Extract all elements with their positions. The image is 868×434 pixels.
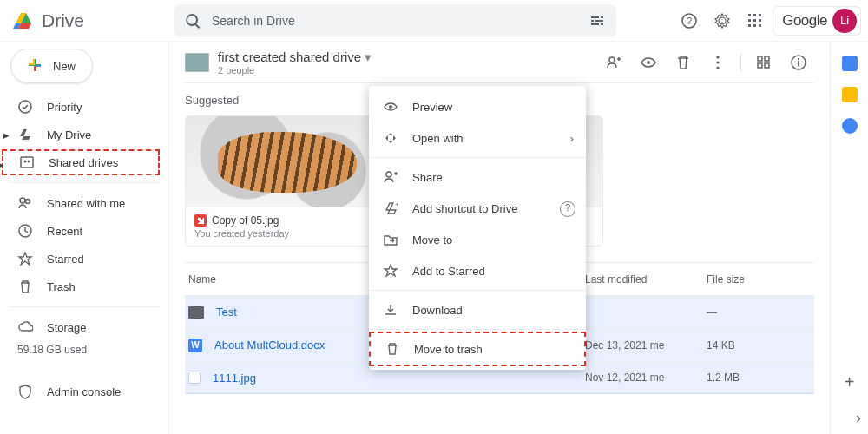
apps-button[interactable] xyxy=(740,5,771,36)
context-menu: Preview Open with Share +Add shortcut to… xyxy=(369,86,586,370)
delete-button[interactable] xyxy=(667,47,699,78)
grid-view-icon xyxy=(755,54,773,71)
svg-point-22 xyxy=(716,66,719,69)
person-add-icon xyxy=(605,54,622,71)
search-options-icon[interactable] xyxy=(589,12,606,30)
shared-drives-icon xyxy=(19,155,35,170)
clock-icon xyxy=(17,223,33,239)
person-add-icon xyxy=(383,169,398,185)
svg-text:?: ? xyxy=(687,16,692,26)
ctx-add-starred[interactable]: Add to Starred xyxy=(369,255,586,286)
svg-point-30 xyxy=(389,105,392,108)
svg-rect-23 xyxy=(758,56,762,61)
sidebar-item-shared-drives[interactable]: ▸Shared drives xyxy=(2,149,160,175)
avatar[interactable]: Li xyxy=(832,9,857,33)
settings-button[interactable] xyxy=(707,5,738,36)
svg-point-21 xyxy=(716,61,719,63)
ctx-preview[interactable]: Preview xyxy=(369,91,586,122)
app-header: Drive Search in Drive ? Google Li xyxy=(0,0,868,42)
search-bar[interactable]: Search in Drive xyxy=(174,4,616,37)
help-icon: ? xyxy=(681,12,698,30)
sidebar-item-shared-with-me[interactable]: Shared with me xyxy=(9,190,160,216)
sidebar-item-starred[interactable]: Starred xyxy=(9,246,160,272)
svg-point-31 xyxy=(386,172,391,177)
sidebar-item-trash[interactable]: Trash xyxy=(9,273,160,299)
plus-icon xyxy=(25,56,44,76)
add-members-button[interactable] xyxy=(598,47,629,78)
add-addon-button[interactable]: + xyxy=(845,372,855,392)
open-with-icon xyxy=(383,130,398,146)
new-label: New xyxy=(53,60,76,73)
sidebar-item-admin[interactable]: Admin console xyxy=(9,378,160,404)
svg-rect-3 xyxy=(753,14,756,16)
svg-rect-6 xyxy=(753,19,756,22)
ctx-add-shortcut[interactable]: +Add shortcut to Drive xyxy=(369,193,586,224)
svg-rect-8 xyxy=(748,24,751,27)
image-file-icon xyxy=(194,214,207,227)
gear-icon xyxy=(713,12,731,30)
sidebar-item-storage[interactable]: Storage xyxy=(9,314,160,340)
ctx-share[interactable]: Share xyxy=(369,161,586,193)
svg-point-19 xyxy=(647,61,650,64)
svg-rect-2 xyxy=(748,14,751,16)
move-folder-icon xyxy=(383,232,398,247)
eye-icon xyxy=(383,99,398,115)
star-icon xyxy=(17,251,33,266)
view-toggle-button[interactable] xyxy=(748,47,779,78)
product-logo[interactable]: Drive xyxy=(12,10,168,32)
info-icon xyxy=(790,54,807,71)
drive-title[interactable]: first created shared drive ▾ 2 people xyxy=(185,49,372,76)
svg-rect-12 xyxy=(21,157,33,168)
expand-rail-icon[interactable]: › xyxy=(856,409,861,427)
eye-icon xyxy=(640,54,657,71)
preview-button[interactable] xyxy=(633,47,664,78)
svg-rect-28 xyxy=(798,61,799,66)
side-rail: + xyxy=(830,42,868,434)
svg-rect-24 xyxy=(765,56,769,61)
drive-header-bar: first created shared drive ▾ 2 people xyxy=(185,42,814,83)
sidebar-item-priority[interactable]: Priority xyxy=(9,94,160,120)
sidebar-item-recent[interactable]: Recent xyxy=(9,218,160,244)
svg-rect-7 xyxy=(759,19,761,22)
ctx-open-with[interactable]: Open with xyxy=(369,122,586,154)
search-icon xyxy=(184,12,201,30)
trash-icon xyxy=(17,279,33,294)
ctx-move-to-trash[interactable]: Move to trash xyxy=(369,332,586,366)
details-button[interactable] xyxy=(783,47,814,78)
svg-point-13 xyxy=(24,161,27,163)
svg-point-14 xyxy=(28,161,30,163)
trash-icon xyxy=(674,54,692,71)
word-doc-icon: W xyxy=(188,339,202,352)
chevron-right-icon: ▸ xyxy=(0,158,4,171)
search-placeholder: Search in Drive xyxy=(212,14,578,28)
ctx-move-to[interactable]: Move to xyxy=(369,224,586,255)
sidebar: New Priority ▸My Drive ▸Shared drives Sh… xyxy=(0,42,169,434)
tasks-addon-icon[interactable] xyxy=(842,118,858,134)
col-modified[interactable]: Last modified xyxy=(585,273,707,286)
account-pill[interactable]: Google Li xyxy=(773,6,861,36)
drive-logo-icon xyxy=(12,10,35,32)
new-button[interactable]: New xyxy=(10,49,93,83)
col-size[interactable]: File size xyxy=(707,273,811,286)
svg-point-18 xyxy=(609,57,615,62)
product-name: Drive xyxy=(42,10,84,31)
svg-point-15 xyxy=(20,198,25,203)
keep-addon-icon[interactable] xyxy=(842,87,858,102)
suggested-card[interactable]: Copy of 05.jpgYou created yesterday xyxy=(185,115,389,247)
svg-rect-5 xyxy=(748,19,751,22)
svg-text:+: + xyxy=(395,201,398,208)
svg-rect-29 xyxy=(798,58,799,60)
sidebar-item-mydrive[interactable]: ▸My Drive xyxy=(9,122,160,148)
calendar-addon-icon[interactable] xyxy=(842,56,858,71)
image-file-icon xyxy=(188,372,201,384)
svg-rect-10 xyxy=(759,24,761,27)
star-icon xyxy=(383,263,398,279)
more-button[interactable] xyxy=(702,47,733,78)
priority-icon xyxy=(17,99,33,115)
drive-thumbnail-icon xyxy=(185,53,209,72)
more-vert-icon xyxy=(709,54,727,71)
help-button[interactable]: ? xyxy=(674,5,705,36)
ctx-download[interactable]: Download xyxy=(369,294,586,326)
storage-used: 59.18 GB used xyxy=(9,342,160,358)
drive-icon xyxy=(17,127,33,142)
